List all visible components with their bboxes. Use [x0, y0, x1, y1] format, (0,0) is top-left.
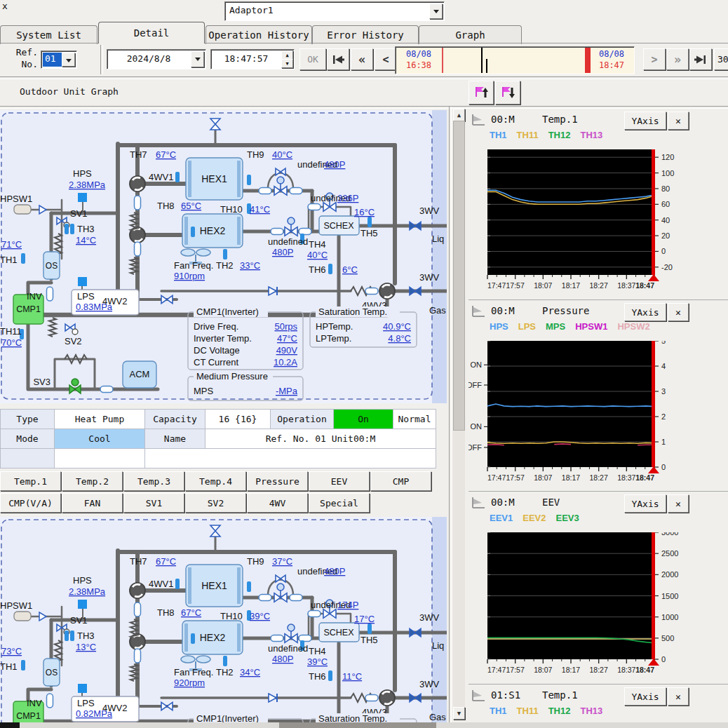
graph-panel-00M-EEV: 00:M EEV YAxis ✕EEV1EEV2EEV3300025002000… [469, 491, 728, 680]
graph-button-temp-1[interactable]: Temp.1 [0, 471, 61, 491]
time-spinner[interactable]: 18:47:57 ▲ ▼ [210, 49, 295, 69]
chart-plot: 120100806040200-2017:4717:5718:0718:1718… [469, 149, 728, 295]
empty-cell [1, 449, 55, 469]
close-panel-button[interactable]: ✕ [668, 687, 689, 706]
svg-text:500: 500 [661, 634, 674, 642]
jump-to-start-button[interactable] [327, 48, 349, 70]
graph-button-temp-2[interactable]: Temp.2 [62, 471, 123, 491]
tab-detail[interactable]: Detail [98, 22, 205, 43]
svg-text:2.38MPa: 2.38MPa [69, 180, 106, 190]
svg-text:undefined: undefined [268, 236, 308, 247]
svg-text:480P: 480P [272, 247, 293, 257]
svg-text:Saturation Temp.: Saturation Temp. [318, 713, 387, 722]
mode-value: Cool [55, 429, 145, 449]
svg-text:5: 5 [661, 341, 666, 345]
svg-text:undefined: undefined [268, 643, 308, 654]
capacity-value: 16 {16} [205, 410, 271, 429]
svg-text:SCHEX: SCHEX [323, 221, 354, 231]
prev-flag-button[interactable] [469, 81, 494, 105]
interval-button[interactable]: 30m [714, 48, 728, 70]
empty-cell [55, 449, 145, 469]
scrollbar-thumb[interactable] [279, 722, 436, 728]
ok-button[interactable]: OK [299, 48, 326, 70]
ref-no-combobox[interactable]: 01 [41, 50, 77, 69]
svg-text:16°C: 16°C [354, 207, 375, 217]
svg-text:40°C: 40°C [307, 250, 328, 260]
capacity-label: Capacity [145, 410, 205, 429]
tab-system-list[interactable]: System List [0, 25, 97, 44]
graph-button-temp-3[interactable]: Temp.3 [123, 471, 184, 491]
graph-button-pressure[interactable]: Pressure [247, 471, 308, 491]
graph-panel-scrollbar[interactable]: ▲ ▼ [453, 109, 465, 719]
tab-graph[interactable]: Graph [419, 25, 522, 44]
scrollbar-thumb[interactable] [0, 722, 20, 728]
svg-text:920rpm: 920rpm [174, 678, 205, 688]
svg-text:2.38MPa: 2.38MPa [69, 586, 106, 597]
table-row: Mode Cool Name Ref. No. 01 Unit00:M [1, 429, 436, 449]
svg-text:-MPa: -MPa [276, 386, 298, 396]
graph-flag-icon [470, 689, 487, 703]
yaxis-button[interactable]: YAxis [624, 494, 666, 513]
yaxis-button[interactable]: YAxis [624, 303, 666, 321]
fast-back-button[interactable]: « [351, 48, 373, 70]
horizontal-scrollbar[interactable] [0, 722, 728, 728]
svg-text:ON: ON [471, 422, 483, 431]
svg-text:10.2A: 10.2A [274, 357, 297, 368]
timeline-end-marker [585, 48, 591, 73]
chevron-down-icon[interactable] [62, 53, 75, 67]
timeline-cursor[interactable] [481, 48, 483, 73]
svg-text:HPSW1: HPSW1 [0, 600, 32, 611]
svg-text:40: 40 [661, 216, 670, 224]
close-panel-button[interactable]: ✕ [668, 494, 689, 513]
close-panel-button[interactable]: ✕ [668, 112, 689, 130]
close-panel-button[interactable]: ✕ [668, 303, 689, 321]
tab-error-history[interactable]: Error History [312, 25, 419, 44]
yaxis-button[interactable]: YAxis [624, 112, 666, 130]
svg-text:100: 100 [661, 169, 674, 177]
svg-text:TH3: TH3 [77, 631, 95, 641]
svg-text:4.8°C: 4.8°C [388, 333, 411, 344]
svg-text:HPSW1: HPSW1 [0, 194, 32, 204]
tab-operation-history[interactable]: Operation History [205, 25, 312, 44]
graph-button-fan[interactable]: FAN [62, 493, 123, 513]
next-flag-button[interactable] [495, 81, 520, 105]
graph-button-temp-4[interactable]: Temp.4 [185, 471, 246, 491]
step-back-button[interactable]: < [375, 48, 397, 70]
svg-text:SV1: SV1 [70, 208, 88, 219]
legend-item-eev2: EEV2 [523, 513, 546, 523]
svg-text:CT Current: CT Current [194, 357, 238, 368]
svg-text:HPS: HPS [73, 575, 92, 586]
jump-to-end-button[interactable] [689, 48, 712, 70]
mode-label: Mode [1, 429, 55, 449]
scroll-up-icon[interactable]: ▲ [453, 109, 465, 121]
yaxis-button[interactable]: YAxis [624, 687, 666, 706]
fast-forward-button[interactable]: » [666, 48, 689, 70]
svg-text:TH8: TH8 [157, 607, 175, 618]
graph-button-sv1[interactable]: SV1 [123, 493, 184, 513]
graph-button-cmp[interactable]: CMP [370, 471, 431, 491]
svg-text:HEX1: HEX1 [201, 580, 227, 591]
legend-item-th11: TH11 [517, 130, 539, 140]
date-picker[interactable]: 2024/8/8 [107, 49, 206, 69]
svg-text:18:47: 18:47 [635, 473, 654, 482]
chevron-down-icon[interactable] [429, 4, 443, 19]
scroll-down-icon[interactable]: ▼ [453, 707, 465, 720]
scrollbar-thumb[interactable] [453, 121, 465, 431]
timeline-track[interactable]: 08/08 16:38 08/08 18:47 [395, 46, 635, 74]
svg-text:3WV: 3WV [419, 205, 440, 216]
date-value: 2024/8/8 [107, 53, 190, 64]
arrow-to-start-icon [331, 54, 345, 65]
graph-button-special[interactable]: Special [309, 493, 370, 513]
spin-down-icon[interactable]: ▼ [281, 59, 293, 68]
svg-text:41°C: 41°C [250, 204, 270, 215]
svg-text:3WV: 3WV [419, 612, 440, 623]
graph-button-cmp-v-a-[interactable]: CMP(V/A) [0, 493, 61, 513]
step-forward-button[interactable]: > [643, 48, 666, 70]
svg-text:18:17: 18:17 [562, 666, 580, 674]
graph-button-eev[interactable]: EEV [309, 471, 370, 491]
graph-button-sv2[interactable]: SV2 [185, 493, 246, 513]
chevron-down-icon[interactable] [191, 51, 204, 67]
adaptor-combobox[interactable]: Adaptor1 [224, 1, 445, 21]
graph-button-4wv[interactable]: 4WV [247, 493, 308, 513]
svg-text:TH6: TH6 [309, 671, 326, 682]
